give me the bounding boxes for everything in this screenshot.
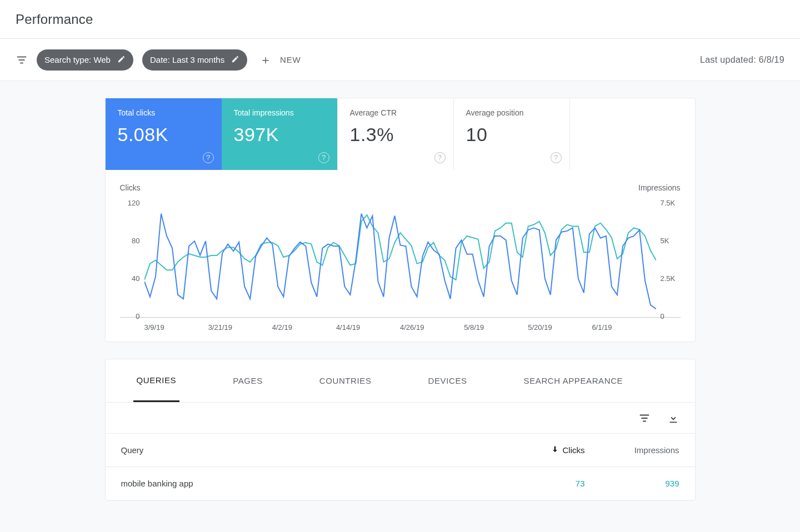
page-header: Performance xyxy=(0,0,800,39)
tile-label: Average position xyxy=(466,108,557,117)
pencil-icon xyxy=(231,55,239,65)
chip-date-range[interactable]: Date: Last 3 months xyxy=(142,49,247,71)
metric-tiles: Total clicks 5.08K ? Total impressions 3… xyxy=(106,98,695,170)
table-toolbar xyxy=(106,403,695,434)
y-axis-right: 7.5K 5K 2.5K 0 xyxy=(661,195,683,317)
help-icon[interactable]: ? xyxy=(318,152,329,163)
tile-value: 5.08K xyxy=(118,124,209,145)
tab-countries[interactable]: COUNTRIES xyxy=(316,359,375,402)
x-axis-tick: 5/8/19 xyxy=(464,323,528,332)
tile-value: 1.3% xyxy=(350,124,441,145)
x-axis-tick: 5/20/19 xyxy=(528,323,592,332)
table-header-row: Query Clicks Impressions xyxy=(106,434,695,467)
main-canvas: Total clicks 5.08K ? Total impressions 3… xyxy=(0,81,800,532)
table-tabs: QUERIES PAGES COUNTRIES DEVICES SEARCH A… xyxy=(106,359,695,403)
add-new-filter[interactable]: ＋ NEW xyxy=(259,54,301,66)
tab-search-appearance[interactable]: SEARCH APPEARANCE xyxy=(521,359,627,402)
cell-clicks: 73 xyxy=(491,479,585,488)
tile-label: Average CTR xyxy=(350,108,441,117)
x-axis-tick: 6/1/19 xyxy=(592,323,656,332)
filter-rows-icon[interactable] xyxy=(638,412,651,424)
page-title: Performance xyxy=(16,12,93,27)
x-axis-tick: 4/26/19 xyxy=(400,323,464,332)
chart-area: Clicks Impressions 120 80 40 0 7.5K 5K 2… xyxy=(106,170,695,342)
cell-query: mobile banking app xyxy=(121,479,491,488)
col-header-query: Query xyxy=(121,445,491,455)
performance-chart-card: Total clicks 5.08K ? Total impressions 3… xyxy=(105,98,696,342)
left-axis-label: Clicks xyxy=(120,183,141,192)
col-header-clicks[interactable]: Clicks xyxy=(491,445,585,455)
col-header-impressions[interactable]: Impressions xyxy=(585,445,679,455)
right-axis-label: Impressions xyxy=(638,183,680,192)
tab-queries[interactable]: QUERIES xyxy=(133,359,180,402)
y-axis-left: 120 80 40 0 xyxy=(118,195,140,317)
tab-pages[interactable]: PAGES xyxy=(229,359,266,402)
x-axis-tick: 3/21/19 xyxy=(208,323,272,332)
plus-icon: ＋ xyxy=(259,54,272,66)
tile-label: Total clicks xyxy=(118,108,209,117)
tile-value: 397K xyxy=(234,124,325,145)
x-axis-tick: 4/2/19 xyxy=(272,323,336,332)
new-filter-label: NEW xyxy=(280,55,301,64)
chart-plot[interactable]: 120 80 40 0 7.5K 5K 2.5K 0 xyxy=(120,195,681,318)
x-axis: 3/9/193/21/194/2/194/14/194/26/195/8/195… xyxy=(144,323,656,332)
tile-label: Total impressions xyxy=(234,108,325,117)
tile-average-ctr[interactable]: Average CTR 1.3% ? xyxy=(338,98,454,170)
help-icon[interactable]: ? xyxy=(203,152,214,163)
tile-total-clicks[interactable]: Total clicks 5.08K ? xyxy=(106,98,222,170)
chip-search-type[interactable]: Search type: Web xyxy=(37,49,133,71)
tile-value: 10 xyxy=(466,124,557,145)
tile-average-position[interactable]: Average position 10 ? xyxy=(454,98,570,170)
sort-desc-icon xyxy=(551,445,559,455)
chip-date-label: Date: Last 3 months xyxy=(150,55,224,64)
filter-list-icon[interactable] xyxy=(16,54,28,66)
cell-impressions: 939 xyxy=(585,479,679,488)
chip-search-type-label: Search type: Web xyxy=(44,55,111,64)
help-icon[interactable]: ? xyxy=(434,152,446,163)
x-axis-tick: 3/9/19 xyxy=(144,323,208,332)
tile-total-impressions[interactable]: Total impressions 397K ? xyxy=(222,98,338,170)
help-icon[interactable]: ? xyxy=(551,152,562,163)
filter-bar: Search type: Web Date: Last 3 months ＋ N… xyxy=(0,39,800,81)
table-row[interactable]: mobile banking app 73 939 xyxy=(106,467,695,500)
download-icon[interactable] xyxy=(667,412,679,424)
pencil-icon xyxy=(117,55,126,65)
last-updated-text: Last updated: 6/8/19 xyxy=(700,55,784,65)
tab-devices[interactable]: DEVICES xyxy=(425,359,471,402)
data-table-card: QUERIES PAGES COUNTRIES DEVICES SEARCH A… xyxy=(105,359,696,501)
x-axis-tick: 4/14/19 xyxy=(336,323,400,332)
